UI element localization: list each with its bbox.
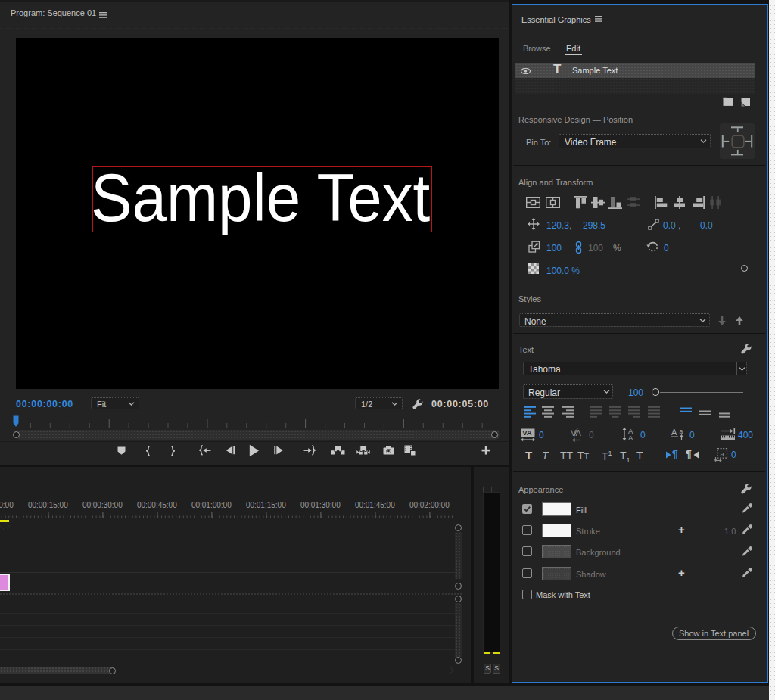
svg-text:VA: VA xyxy=(571,428,582,437)
svg-text:a: a xyxy=(680,428,683,435)
svg-text:A: A xyxy=(628,434,633,441)
svg-text:VA: VA xyxy=(522,428,532,437)
svg-text:a: a xyxy=(721,450,725,458)
svg-text:A: A xyxy=(671,428,677,437)
